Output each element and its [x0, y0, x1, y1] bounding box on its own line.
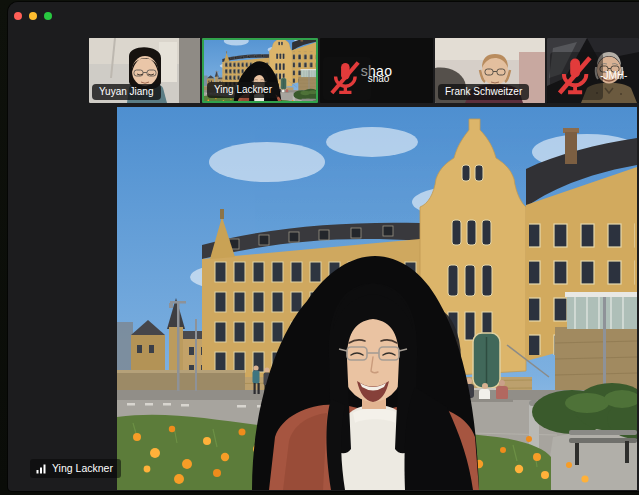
mic-muted-icon — [554, 55, 596, 97]
participant-name-label: Yuyan Jiang — [92, 84, 161, 100]
speaker-name-text: Ying Lackner — [52, 463, 113, 474]
participant-name-label: -JMH- — [550, 52, 603, 100]
virtual-background-scene — [117, 107, 637, 490]
minimize-window-button[interactable] — [29, 12, 37, 20]
participant-name-label: shao — [323, 57, 371, 100]
participant-tile-jmh[interactable]: -JMH- — [547, 38, 639, 103]
desktop-background: Yuyan Jiang Ying Lackner shao shao — [0, 0, 639, 495]
audio-level-bars-icon — [36, 463, 47, 474]
close-window-button[interactable] — [14, 12, 22, 20]
participant-name-label: Ying Lackner — [207, 82, 279, 98]
zoom-meeting-window: Yuyan Jiang Ying Lackner shao shao — [8, 2, 639, 491]
mic-muted-icon — [327, 60, 364, 97]
participant-tile-ying-lackner-active-speaker[interactable]: Ying Lackner — [202, 38, 318, 103]
participant-tile-shao-video-off[interactable]: shao shao — [320, 38, 433, 103]
main-stage-video-ying-lackner[interactable] — [117, 107, 637, 490]
participant-tile-yuyan-jiang[interactable]: Yuyan Jiang — [89, 38, 200, 103]
window-titlebar — [8, 2, 639, 36]
fullscreen-window-button[interactable] — [44, 12, 52, 20]
speaker-name-label: Ying Lackner — [30, 459, 121, 478]
participant-name-label: Frank Schweitzer — [438, 84, 529, 100]
participant-tile-frank-schweitzer[interactable]: Frank Schweitzer — [435, 38, 545, 103]
